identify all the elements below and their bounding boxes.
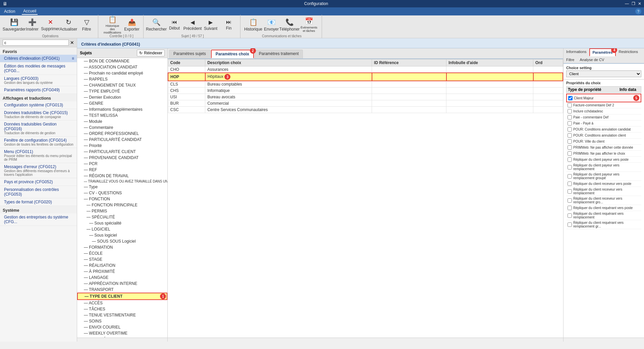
nav-item-cfg041[interactable]: Critères d'indexation (CFG041) ≡ [0, 55, 77, 62]
tree-item-weekly-overtime[interactable]: — WEEKLY OVERTIME [77, 330, 167, 336]
nav-item-cfg012[interactable]: Messages d'erreur (CFG012) Gestion des d… [0, 163, 77, 178]
close-left-panel-icon[interactable]: ✕ [70, 40, 74, 45]
nav-item-cfg0-messages[interactable]: Édition des modèles de messages (CFG0... [0, 62, 77, 75]
tree-item-taches[interactable]: — TÂCHES [77, 306, 167, 312]
restore-button[interactable]: ❐ [632, 1, 635, 6]
prop-checkbox[interactable] [568, 189, 572, 194]
close-button[interactable]: ✕ [638, 1, 641, 6]
prop-item[interactable]: Paie - Payé à [566, 120, 641, 127]
tree-item-cv-questions[interactable]: — CV - QUESTIONS [77, 190, 167, 196]
search-button[interactable]: 🔍 Rechercher [148, 15, 165, 34]
nav-item-cfg014[interactable]: Fenêtre de configuration (CFG014) Gestio… [0, 137, 77, 148]
history-mod-button[interactable]: 📋 Historique des modifications [102, 15, 122, 34]
end-button[interactable]: ⏭ Fin [220, 15, 237, 34]
nav-item-cfg016[interactable]: Données traduisibles Gestion (CFG016) Tr… [0, 120, 77, 137]
tree-item-info-supp[interactable]: — Informations Supplémentaires [77, 106, 167, 112]
tree-item-proximite[interactable]: — À PROXIMITÉ [77, 268, 167, 275]
tree-item-permis[interactable]: — PERMIS [77, 208, 167, 214]
prop-item[interactable]: Répliquer du client requérant vers rempl… [566, 211, 641, 220]
tree-item-bon-commande[interactable]: — BON DE COMMANDE [77, 58, 167, 64]
tree-item-particularite-candidat[interactable]: — PARTICULARITÉ CANDIDAT [77, 137, 167, 143]
prop-item[interactable]: Répliquer du client requérant vers poste [566, 205, 641, 211]
tree-item-envoi-couriel[interactable]: — ENVOI COURIEL [77, 324, 167, 330]
tab-parametres-sujets[interactable]: Paramètres sujets [169, 50, 210, 58]
prop-item[interactable]: Répliquer du client payeur vers poste [566, 157, 641, 163]
table-row[interactable]: CHOAssurances [168, 66, 563, 73]
tree-item-specialite[interactable]: — SPÉCIALITÉ [77, 214, 167, 220]
update-button[interactable]: ↻ Actualiser [60, 15, 77, 34]
prop-checkbox[interactable] [568, 103, 572, 107]
prop-checkbox[interactable] [568, 206, 572, 210]
right-tab-filtre[interactable]: Filtre [564, 56, 577, 63]
tab-parametres-choix[interactable]: Paramètres choix 2 [211, 50, 254, 58]
right-scrollbar-bottom[interactable] [564, 338, 644, 342]
insert-button[interactable]: ➕ Insérer [23, 15, 41, 34]
help-icon[interactable]: ? [635, 8, 641, 14]
prop-item[interactable]: Répliquer du client payeur vers remplace… [566, 172, 641, 181]
tree-item-rappels[interactable]: — RAPPELS [77, 76, 167, 82]
prop-item[interactable]: PRIMWeb: Ne pas afficher le choix [566, 151, 641, 157]
table-row[interactable]: HOPHôpitaux 3 [168, 73, 563, 81]
phone-button[interactable]: 📞 Téléphoner [281, 15, 298, 34]
tree-item-type-client[interactable]: — TYPE DE CLIENT 1 [77, 293, 167, 300]
prop-item[interactable]: Répliquer du client requérant vers rempl… [566, 220, 641, 229]
tree-item-genre[interactable]: — GENRE [77, 100, 167, 106]
tree-item-tenue[interactable]: — TENUE VESTIMENTAIRE [77, 312, 167, 318]
prop-item[interactable]: POUR: Ville du client [566, 139, 641, 145]
prop-checkbox[interactable] [568, 174, 572, 179]
tree-item-ecole[interactable]: — ÉCOLE [77, 250, 167, 256]
tree-item-acces[interactable]: — ACCÈS [77, 300, 167, 306]
nav-item-cfg020[interactable]: Types de format (CFG020) [0, 198, 77, 206]
prop-item[interactable]: Répliquer du client receveur vers rempla… [566, 196, 641, 205]
choice-setting-select[interactable]: Client Candidat Employé [566, 70, 641, 77]
prop-checkbox[interactable] [568, 96, 573, 100]
table-row[interactable]: BURCommercial [168, 100, 563, 107]
prop-item[interactable]: Répliquer du client receveur vers poste [566, 181, 641, 187]
start-button[interactable]: ⏮ Début [166, 15, 183, 34]
prop-checkbox[interactable] [568, 182, 572, 186]
tree-item-soins[interactable]: — SOINS [77, 318, 167, 324]
tree-item-priorite[interactable]: — Priorité [77, 143, 167, 149]
tree-item-appreciation[interactable]: — APPRÉCIATION INTERNE [77, 281, 167, 287]
tree-item-changement[interactable]: — CHANGEMENT DE TAUX [77, 82, 167, 88]
tree-item-langage[interactable]: — LANGAGE [77, 275, 167, 281]
minimize-button[interactable]: — [625, 1, 629, 6]
params-scrollbar-bottom[interactable] [168, 338, 563, 342]
prop-item[interactable]: Paie - commentaire Def [566, 114, 641, 120]
tree-item-test-melissa[interactable]: — TEST MELISSA [77, 112, 167, 118]
tree-item-association[interactable]: — ASSOCIATION CANDIDAT [77, 64, 167, 70]
tree-item-ref[interactable]: — REF [77, 167, 167, 173]
tree-item-type[interactable]: — Type [77, 184, 167, 190]
tree-item-logiciel[interactable]: — LOGICIEL [77, 226, 167, 232]
prop-checkbox[interactable] [568, 109, 572, 113]
export-button[interactable]: 📤 Exporter [123, 15, 141, 34]
historique-button[interactable]: 📋 Historique [245, 15, 262, 34]
prop-checkbox[interactable] [568, 121, 572, 126]
nav-item-cfg053[interactable]: Personnalisation des contrôles (CFG053) [0, 186, 77, 198]
tree-item-fonction-principale[interactable]: — FONCTION PRINCIPALE [77, 202, 167, 208]
tree-item-realisation[interactable]: — RÉALISATION [77, 262, 167, 268]
tree-item-region[interactable]: — RÉGION DE TRAVAIL [77, 173, 167, 179]
tree-item-commentaire[interactable]: — Commentaire [77, 124, 167, 131]
tree-item-sous-sous-logiciel[interactable]: — SOUS SOUS Logiciel [77, 238, 167, 244]
tree-item-sous-logiciel[interactable]: — Sous logiciel [77, 232, 167, 238]
send-button[interactable]: 📧 Envoyer [263, 15, 280, 34]
tree-item-travaillez[interactable]: — TRAVAILLEZ VOUS OU AVEZ TRAVAILLÉ DANS… [77, 179, 167, 184]
nav-item-cfg052[interactable]: Pays et province (CFG052) [0, 178, 77, 186]
prop-checkbox[interactable] [568, 127, 572, 132]
tree-item-module[interactable]: — Module [77, 118, 167, 124]
tree-item-transport[interactable]: — TRANSPORT [77, 287, 167, 293]
tree-item-particularite-client[interactable]: — PARTICULARITE CLIENT [77, 149, 167, 155]
save-button[interactable]: 💾 Sauvegarder [5, 15, 23, 34]
events-button[interactable]: 📅 Événements et tâches [299, 15, 319, 34]
reindex-button[interactable]: ↻ Réindexer [137, 50, 165, 56]
menu-action[interactable]: Action [3, 8, 16, 14]
nav-item-cfg015[interactable]: Données traduisibles Cie (CFG015) Traduc… [0, 109, 77, 120]
tree-item-stage[interactable]: — STAGE [77, 256, 167, 262]
nav-item-cfg003[interactable]: Langues (CFG003) Gestion des langues du … [0, 75, 77, 86]
next-button[interactable]: ▶ Suivant [202, 15, 219, 34]
tree-item-formation[interactable]: — FORMATION [77, 244, 167, 250]
delete-button[interactable]: ✕ Supprimer [42, 15, 59, 34]
filter-button[interactable]: ▽ Filtre [78, 15, 95, 34]
tree-item-type-employe[interactable]: — TYPE EMPLOYÉ [77, 88, 167, 94]
